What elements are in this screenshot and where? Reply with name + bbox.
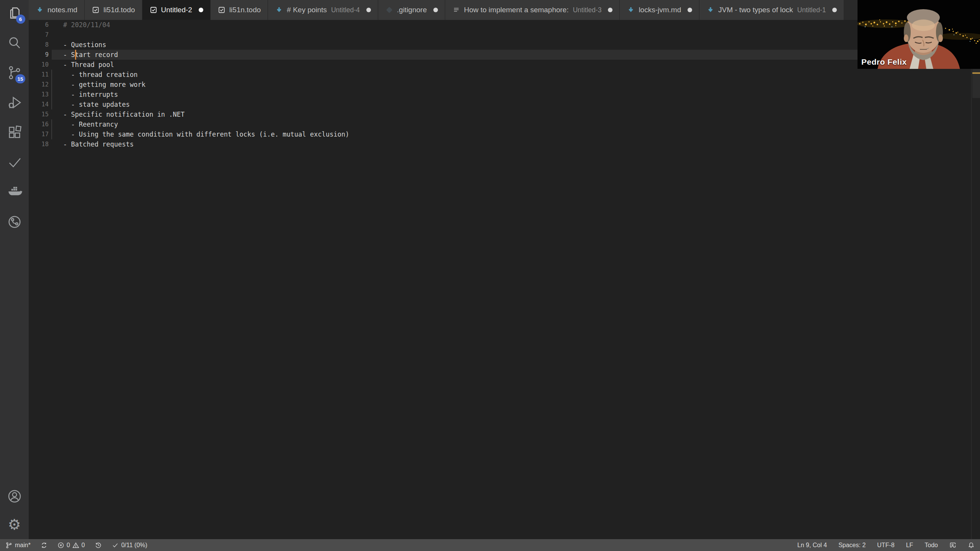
- dirty-indicator[interactable]: [433, 8, 438, 12]
- line-number: 14: [29, 99, 49, 109]
- git-file-icon: [385, 6, 394, 14]
- line-text: - Using the same condition with differen…: [63, 129, 349, 139]
- todo-progress-status[interactable]: 0/11 (0%): [112, 542, 147, 549]
- line-text: - Reentrancy: [63, 119, 118, 129]
- line-number: 11: [29, 70, 49, 80]
- line-number: 15: [29, 109, 49, 119]
- line-number: 13: [29, 90, 49, 99]
- vscode-window: 6 15: [0, 0, 980, 551]
- tab-label: Untitled-2: [161, 6, 192, 14]
- activity-bar-bottom: ⚙: [6, 489, 23, 533]
- tab-label: locks-jvm.md: [639, 6, 681, 14]
- editor-line[interactable]: 10 - Thread pool: [29, 60, 980, 70]
- todo-checkbox-icon: [91, 6, 100, 14]
- dirty-indicator[interactable]: [199, 8, 203, 12]
- bell-icon: [968, 542, 975, 549]
- language-mode-status[interactable]: Todo: [924, 542, 938, 549]
- status-bar-right: Ln 9, Col 4 Spaces: 2 UTF-8 LF Todo: [797, 542, 975, 549]
- editor-line-current[interactable]: 9 - Start record: [29, 50, 980, 60]
- eol: LF: [906, 542, 913, 549]
- editor-line[interactable]: 13 - interrupts: [29, 90, 980, 99]
- settings-button[interactable]: ⚙: [6, 516, 23, 533]
- line-number: 18: [29, 139, 49, 149]
- explorer-badge: 6: [16, 15, 25, 24]
- tab-semaphore[interactable]: How to implement a semaphore: Untitled-3: [445, 0, 620, 20]
- tab-label: li51n.todo: [229, 6, 261, 14]
- line-text: - state updates: [63, 99, 130, 109]
- line-text: - Questions: [63, 40, 106, 50]
- editor[interactable]: 6 # 2020/11/04 7 8 - Questions 9 - Start…: [29, 20, 980, 539]
- tab-jvm-two-types-of-lock[interactable]: JVM - two types of lock Untitled-1: [699, 0, 844, 20]
- webcam-overlay: Pedro Felix: [858, 0, 980, 69]
- check-icon: [112, 542, 119, 549]
- editor-line[interactable]: 7: [29, 30, 980, 40]
- text-cursor: [75, 50, 76, 60]
- sidebar-item-explorer[interactable]: 6: [6, 5, 23, 22]
- line-number: 6: [29, 20, 49, 30]
- tab-description: Untitled-3: [573, 6, 601, 14]
- tab-gitignore[interactable]: .gitignore: [378, 0, 445, 20]
- editor-line[interactable]: 14 - state updates: [29, 99, 980, 109]
- editor-line[interactable]: 11 - thread creation: [29, 70, 980, 80]
- problems-status[interactable]: 0 0: [57, 542, 85, 549]
- git-branch-icon: [5, 542, 12, 549]
- sidebar-item-extensions[interactable]: [6, 125, 23, 142]
- dirty-indicator[interactable]: [608, 8, 612, 12]
- feedback-button[interactable]: [949, 542, 956, 549]
- markdown-icon: [36, 6, 44, 14]
- markdown-icon: [275, 6, 283, 14]
- warning-count: 0: [82, 542, 85, 549]
- tab-locks-jvm-md[interactable]: locks-jvm.md: [620, 0, 699, 20]
- tab-bar: notes.md li51d.todo Untitled-2 li51n.tod…: [29, 0, 980, 20]
- editor-line[interactable]: 8 - Questions: [29, 40, 980, 50]
- error-icon: [57, 542, 64, 549]
- language-mode: Todo: [924, 542, 938, 549]
- tab-label: JVM - two types of lock: [718, 6, 793, 14]
- tab-li51n-todo[interactable]: li51n.todo: [211, 0, 268, 20]
- sidebar-item-testing[interactable]: [6, 155, 23, 171]
- history-clock-icon: [95, 542, 102, 549]
- editor-line[interactable]: 15 - Specific notification in .NET: [29, 109, 980, 119]
- line-text: - interrupts: [63, 90, 118, 99]
- editor-line[interactable]: 12 - getting more work: [29, 80, 980, 90]
- dirty-indicator[interactable]: [832, 8, 837, 12]
- eol-status[interactable]: LF: [906, 542, 913, 549]
- line-number: 17: [29, 129, 49, 139]
- timer-status[interactable]: [95, 542, 102, 549]
- overview-ruler-border: [971, 20, 972, 539]
- sidebar-item-search[interactable]: [6, 35, 23, 52]
- indentation-status[interactable]: Spaces: 2: [838, 542, 866, 549]
- sidebar-item-docker[interactable]: [6, 184, 23, 201]
- editor-line[interactable]: 17 - Using the same condition with diffe…: [29, 129, 980, 139]
- dirty-indicator[interactable]: [688, 8, 692, 12]
- cursor-position-status[interactable]: Ln 9, Col 4: [797, 542, 827, 549]
- line-text: - Thread pool: [63, 60, 114, 70]
- todo-progress: 0/11 (0%): [121, 542, 147, 549]
- plain-file-icon: [452, 6, 461, 14]
- line-text: - Start record: [63, 50, 118, 60]
- tab-li51d-todo[interactable]: li51d.todo: [85, 0, 142, 20]
- git-graph-icon: [7, 214, 22, 231]
- encoding-status[interactable]: UTF-8: [877, 542, 894, 549]
- sidebar-item-source-control[interactable]: 15: [6, 65, 23, 82]
- notifications-button[interactable]: [968, 542, 975, 549]
- debug-icon: [7, 95, 22, 112]
- tab-notes-md[interactable]: notes.md: [29, 0, 85, 20]
- editor-line[interactable]: 6 # 2020/11/04: [29, 20, 980, 30]
- sidebar-item-git-graph[interactable]: [6, 214, 23, 231]
- dirty-indicator[interactable]: [366, 8, 371, 12]
- status-bar: main* 0 0 0/11 (0%) Ln 9, Col 4: [0, 539, 980, 551]
- encoding: UTF-8: [877, 542, 894, 549]
- line-text: - getting more work: [63, 80, 145, 90]
- git-branch-status[interactable]: main*: [5, 542, 31, 549]
- tab-label: li51d.todo: [103, 6, 135, 14]
- tab-description: Untitled-4: [331, 6, 360, 14]
- tab-key-points[interactable]: # Key points Untitled-4: [268, 0, 378, 20]
- sidebar-item-run-debug[interactable]: [6, 95, 23, 112]
- editor-line[interactable]: 18 - Batched requests: [29, 139, 980, 149]
- cursor-position: Ln 9, Col 4: [797, 542, 827, 549]
- editor-line[interactable]: 16 - Reentrancy: [29, 119, 980, 129]
- account-button[interactable]: [6, 489, 23, 505]
- sync-status[interactable]: [41, 542, 47, 549]
- tab-untitled-2[interactable]: Untitled-2: [142, 0, 211, 20]
